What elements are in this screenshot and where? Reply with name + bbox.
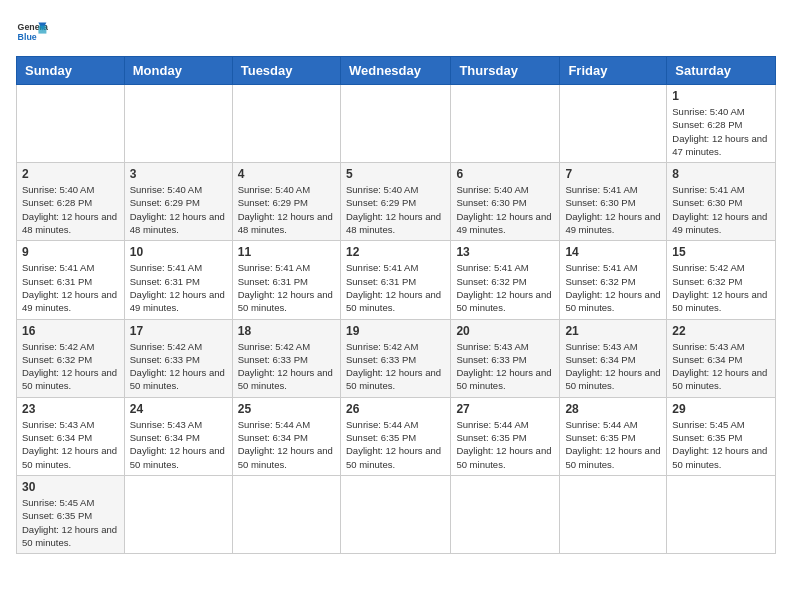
day-number: 19 [346,324,445,338]
weekday-header-monday: Monday [124,57,232,85]
day-info: Sunrise: 5:41 AM Sunset: 6:31 PM Dayligh… [238,261,335,314]
day-info: Sunrise: 5:41 AM Sunset: 6:31 PM Dayligh… [346,261,445,314]
day-info: Sunrise: 5:41 AM Sunset: 6:30 PM Dayligh… [565,183,661,236]
day-info: Sunrise: 5:41 AM Sunset: 6:32 PM Dayligh… [456,261,554,314]
calendar-cell: 4Sunrise: 5:40 AM Sunset: 6:29 PM Daylig… [232,163,340,241]
day-number: 22 [672,324,770,338]
day-info: Sunrise: 5:40 AM Sunset: 6:28 PM Dayligh… [672,105,770,158]
svg-marker-3 [38,26,46,34]
day-info: Sunrise: 5:43 AM Sunset: 6:33 PM Dayligh… [456,340,554,393]
calendar-cell: 8Sunrise: 5:41 AM Sunset: 6:30 PM Daylig… [667,163,776,241]
weekday-header-sunday: Sunday [17,57,125,85]
calendar-week-row: 2Sunrise: 5:40 AM Sunset: 6:28 PM Daylig… [17,163,776,241]
calendar-cell [560,475,667,553]
page-header: General Blue [16,16,776,48]
calendar-cell: 10Sunrise: 5:41 AM Sunset: 6:31 PM Dayli… [124,241,232,319]
day-info: Sunrise: 5:42 AM Sunset: 6:32 PM Dayligh… [22,340,119,393]
day-number: 17 [130,324,227,338]
day-info: Sunrise: 5:40 AM Sunset: 6:28 PM Dayligh… [22,183,119,236]
calendar-table: SundayMondayTuesdayWednesdayThursdayFrid… [16,56,776,554]
day-info: Sunrise: 5:42 AM Sunset: 6:33 PM Dayligh… [346,340,445,393]
calendar-cell [340,475,450,553]
calendar-cell: 16Sunrise: 5:42 AM Sunset: 6:32 PM Dayli… [17,319,125,397]
calendar-cell: 27Sunrise: 5:44 AM Sunset: 6:35 PM Dayli… [451,397,560,475]
calendar-week-row: 16Sunrise: 5:42 AM Sunset: 6:32 PM Dayli… [17,319,776,397]
day-number: 27 [456,402,554,416]
calendar-cell: 23Sunrise: 5:43 AM Sunset: 6:34 PM Dayli… [17,397,125,475]
day-info: Sunrise: 5:44 AM Sunset: 6:35 PM Dayligh… [346,418,445,471]
day-info: Sunrise: 5:44 AM Sunset: 6:35 PM Dayligh… [565,418,661,471]
day-info: Sunrise: 5:43 AM Sunset: 6:34 PM Dayligh… [672,340,770,393]
day-number: 29 [672,402,770,416]
weekday-header-thursday: Thursday [451,57,560,85]
weekday-header-wednesday: Wednesday [340,57,450,85]
day-info: Sunrise: 5:40 AM Sunset: 6:29 PM Dayligh… [130,183,227,236]
day-number: 7 [565,167,661,181]
day-number: 24 [130,402,227,416]
calendar-cell [124,475,232,553]
day-info: Sunrise: 5:43 AM Sunset: 6:34 PM Dayligh… [22,418,119,471]
calendar-cell: 1Sunrise: 5:40 AM Sunset: 6:28 PM Daylig… [667,85,776,163]
calendar-cell [451,475,560,553]
day-number: 6 [456,167,554,181]
day-info: Sunrise: 5:44 AM Sunset: 6:35 PM Dayligh… [456,418,554,471]
day-info: Sunrise: 5:44 AM Sunset: 6:34 PM Dayligh… [238,418,335,471]
calendar-cell: 11Sunrise: 5:41 AM Sunset: 6:31 PM Dayli… [232,241,340,319]
day-number: 28 [565,402,661,416]
day-info: Sunrise: 5:42 AM Sunset: 6:33 PM Dayligh… [238,340,335,393]
day-number: 20 [456,324,554,338]
calendar-cell: 5Sunrise: 5:40 AM Sunset: 6:29 PM Daylig… [340,163,450,241]
day-number: 21 [565,324,661,338]
logo: General Blue [16,16,48,48]
day-info: Sunrise: 5:43 AM Sunset: 6:34 PM Dayligh… [130,418,227,471]
day-number: 14 [565,245,661,259]
calendar-cell: 12Sunrise: 5:41 AM Sunset: 6:31 PM Dayli… [340,241,450,319]
day-info: Sunrise: 5:41 AM Sunset: 6:31 PM Dayligh… [130,261,227,314]
calendar-cell [560,85,667,163]
day-info: Sunrise: 5:42 AM Sunset: 6:32 PM Dayligh… [672,261,770,314]
calendar-week-row: 1Sunrise: 5:40 AM Sunset: 6:28 PM Daylig… [17,85,776,163]
weekday-header-saturday: Saturday [667,57,776,85]
day-info: Sunrise: 5:41 AM Sunset: 6:31 PM Dayligh… [22,261,119,314]
calendar-cell: 14Sunrise: 5:41 AM Sunset: 6:32 PM Dayli… [560,241,667,319]
weekday-header-row: SundayMondayTuesdayWednesdayThursdayFrid… [17,57,776,85]
calendar-cell [232,85,340,163]
calendar-cell: 24Sunrise: 5:43 AM Sunset: 6:34 PM Dayli… [124,397,232,475]
day-number: 18 [238,324,335,338]
calendar-cell: 2Sunrise: 5:40 AM Sunset: 6:28 PM Daylig… [17,163,125,241]
calendar-cell: 28Sunrise: 5:44 AM Sunset: 6:35 PM Dayli… [560,397,667,475]
day-info: Sunrise: 5:41 AM Sunset: 6:30 PM Dayligh… [672,183,770,236]
day-number: 25 [238,402,335,416]
day-number: 13 [456,245,554,259]
calendar-cell [17,85,125,163]
calendar-cell: 13Sunrise: 5:41 AM Sunset: 6:32 PM Dayli… [451,241,560,319]
day-info: Sunrise: 5:42 AM Sunset: 6:33 PM Dayligh… [130,340,227,393]
calendar-cell: 9Sunrise: 5:41 AM Sunset: 6:31 PM Daylig… [17,241,125,319]
day-number: 30 [22,480,119,494]
day-number: 12 [346,245,445,259]
calendar-cell: 18Sunrise: 5:42 AM Sunset: 6:33 PM Dayli… [232,319,340,397]
svg-text:Blue: Blue [18,32,37,42]
day-number: 9 [22,245,119,259]
calendar-cell: 30Sunrise: 5:45 AM Sunset: 6:35 PM Dayli… [17,475,125,553]
day-number: 15 [672,245,770,259]
day-info: Sunrise: 5:45 AM Sunset: 6:35 PM Dayligh… [22,496,119,549]
calendar-cell [451,85,560,163]
generalblue-logo-icon: General Blue [16,16,48,48]
day-number: 26 [346,402,445,416]
day-info: Sunrise: 5:40 AM Sunset: 6:29 PM Dayligh… [238,183,335,236]
day-number: 11 [238,245,335,259]
day-number: 10 [130,245,227,259]
calendar-cell [124,85,232,163]
calendar-cell: 7Sunrise: 5:41 AM Sunset: 6:30 PM Daylig… [560,163,667,241]
calendar-cell: 17Sunrise: 5:42 AM Sunset: 6:33 PM Dayli… [124,319,232,397]
day-info: Sunrise: 5:45 AM Sunset: 6:35 PM Dayligh… [672,418,770,471]
day-info: Sunrise: 5:40 AM Sunset: 6:29 PM Dayligh… [346,183,445,236]
weekday-header-tuesday: Tuesday [232,57,340,85]
day-number: 3 [130,167,227,181]
day-info: Sunrise: 5:41 AM Sunset: 6:32 PM Dayligh… [565,261,661,314]
calendar-cell: 15Sunrise: 5:42 AM Sunset: 6:32 PM Dayli… [667,241,776,319]
calendar-cell [232,475,340,553]
calendar-cell: 29Sunrise: 5:45 AM Sunset: 6:35 PM Dayli… [667,397,776,475]
day-number: 4 [238,167,335,181]
